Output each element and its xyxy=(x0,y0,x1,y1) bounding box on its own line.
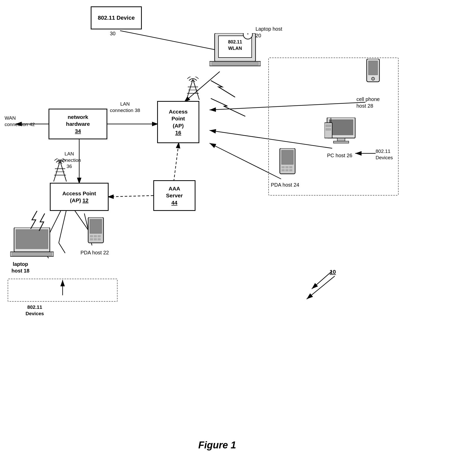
svg-line-35 xyxy=(60,161,66,182)
pda-host-22-icon xyxy=(84,217,107,249)
devices-802-11-bottom-label: 802.11Devices xyxy=(26,304,44,317)
svg-line-3 xyxy=(120,31,222,51)
svg-line-29 xyxy=(187,79,193,100)
device-802-11-box: 802.11 Device xyxy=(91,6,142,29)
svg-line-16 xyxy=(59,243,65,253)
laptop-host-18-label: laptophost 18 xyxy=(11,261,29,274)
svg-line-11 xyxy=(174,142,179,182)
svg-rect-71 xyxy=(94,238,97,240)
svg-line-12 xyxy=(107,196,153,197)
svg-rect-66 xyxy=(90,219,102,233)
svg-rect-70 xyxy=(90,238,93,240)
svg-rect-69 xyxy=(98,235,101,237)
wan-42-label: WANconnection 42 xyxy=(5,115,35,128)
laptop-20-icon: 802.11 WLAN xyxy=(210,33,261,80)
svg-rect-26 xyxy=(212,62,258,65)
svg-rect-72 xyxy=(98,238,101,240)
diagram: 802.11 Device 30 Laptop host20 802.11 WL… xyxy=(0,0,475,476)
svg-line-15 xyxy=(59,210,66,243)
lan-38-label: LANconnection 38 xyxy=(110,101,140,114)
dotted-box-left xyxy=(8,279,118,302)
figure-caption: Figure 1 xyxy=(166,440,268,451)
svg-text:WLAN: WLAN xyxy=(228,46,242,51)
network-hardware-34-box: networkhardware34 xyxy=(49,109,107,139)
device-30-label: 30 xyxy=(110,30,115,37)
svg-rect-68 xyxy=(94,235,97,237)
svg-line-34 xyxy=(54,161,60,182)
svg-rect-62 xyxy=(12,253,52,256)
svg-text:802.11: 802.11 xyxy=(228,39,242,44)
dotted-box-right xyxy=(268,58,399,196)
svg-line-30 xyxy=(193,79,199,100)
aaa-server-44-box: AAAServer44 xyxy=(153,180,195,211)
access-point-12-box: Access Point(AP) 12 xyxy=(50,183,109,211)
tower-ap12 xyxy=(50,158,70,185)
tower-ap16-top xyxy=(183,77,203,103)
pda-host-22-label: PDA host 22 xyxy=(80,249,109,256)
svg-line-73 xyxy=(312,271,332,289)
access-point-16-box: AccessPoint(AP)16 xyxy=(157,101,199,143)
svg-rect-67 xyxy=(90,235,93,237)
